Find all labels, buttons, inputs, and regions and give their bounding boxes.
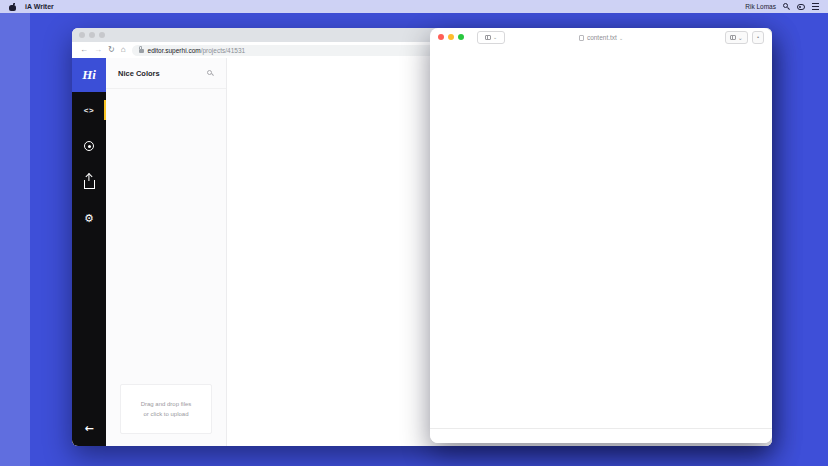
menu-bar: iA Writer Rik Lomas — [0, 0, 828, 13]
code-icon: <> — [84, 106, 94, 115]
project-header: Nice Colors — [106, 58, 226, 89]
url-path: /projects/41531 — [201, 47, 245, 54]
menubar-app-name[interactable]: iA Writer — [25, 3, 54, 10]
search-icon[interactable] — [207, 70, 214, 77]
ia-writer-window: ⌄ content.txt⌄ ⌄ • — [430, 28, 772, 443]
padlock-icon[interactable] — [139, 49, 144, 53]
view-options-button[interactable]: ⌄ — [725, 31, 748, 44]
sidebar-icon — [485, 35, 491, 40]
share-button[interactable] — [72, 164, 106, 200]
preview-button[interactable] — [72, 128, 106, 164]
zoom-window-icon[interactable] — [458, 34, 464, 40]
eye-icon — [84, 141, 94, 151]
dock — [0, 13, 30, 466]
zoom-window-icon[interactable] — [99, 32, 105, 38]
ia-title-bar[interactable]: ⌄ content.txt⌄ ⌄ • — [430, 28, 772, 46]
document-title[interactable]: content.txt⌄ — [510, 34, 692, 41]
reload-icon[interactable]: ↻ — [108, 46, 115, 54]
url-domain: editor.superhi.com — [148, 47, 201, 54]
menu-extras-icon[interactable] — [812, 3, 819, 10]
forward-icon[interactable]: → — [94, 46, 102, 54]
minimize-window-icon[interactable] — [89, 32, 95, 38]
superhi-file-sidebar: Nice Colors Drag and drop files or click… — [106, 58, 227, 446]
close-window-icon[interactable] — [79, 32, 85, 38]
browser-window-controls[interactable] — [79, 28, 105, 42]
control-center-icon[interactable] — [797, 4, 805, 10]
ia-window-controls[interactable] — [438, 30, 464, 44]
library-menu-button[interactable]: ⌄ — [477, 31, 505, 44]
document-icon — [579, 35, 584, 41]
back-to-projects-button[interactable]: ← — [72, 410, 106, 446]
upload-dropzone[interactable]: Drag and drop files or click to upload — [120, 384, 212, 434]
spotlight-search-icon[interactable] — [783, 3, 790, 10]
home-icon[interactable]: ⌂ — [121, 46, 126, 54]
chevron-down-icon: ⌄ — [738, 34, 743, 41]
superhi-nav-rail: Hi <> ⚙ ← — [72, 58, 106, 446]
menubar-user-name[interactable]: Rik Lomas — [745, 3, 776, 10]
dot-icon: • — [757, 34, 759, 40]
back-icon[interactable]: ← — [80, 46, 88, 54]
dropzone-text-line1: Drag and drop files — [141, 399, 192, 409]
chevron-down-icon: ⌄ — [493, 34, 497, 40]
settings-button[interactable]: ⚙ — [72, 200, 106, 236]
close-window-icon[interactable] — [438, 34, 444, 40]
lines-icon — [730, 35, 736, 40]
chevron-down-icon: ⌄ — [619, 35, 623, 41]
new-document-button[interactable]: • — [752, 31, 764, 44]
format-bar — [430, 428, 772, 443]
code-view-button[interactable]: <> — [72, 92, 106, 128]
minimize-window-icon[interactable] — [448, 34, 454, 40]
project-title: Nice Colors — [118, 69, 160, 78]
superhi-logo[interactable]: Hi — [72, 58, 106, 92]
text-editor-area[interactable] — [460, 58, 760, 425]
share-icon — [84, 180, 95, 189]
gear-icon: ⚙ — [84, 212, 94, 225]
dropzone-text-line2: or click to upload — [143, 409, 188, 419]
apple-menu-icon[interactable] — [9, 3, 16, 11]
